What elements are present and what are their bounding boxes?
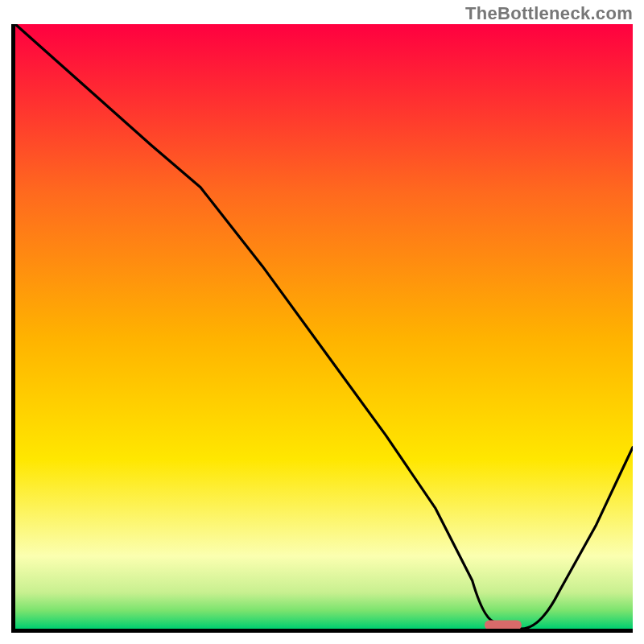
plot-area [15,24,633,629]
plot-svg [15,24,633,629]
gradient-background [15,24,633,629]
watermark-text: TheBottleneck.com [465,3,633,24]
plot-axes [11,24,633,633]
chart-container: TheBottleneck.com [0,0,644,644]
optimal-marker [485,620,522,629]
